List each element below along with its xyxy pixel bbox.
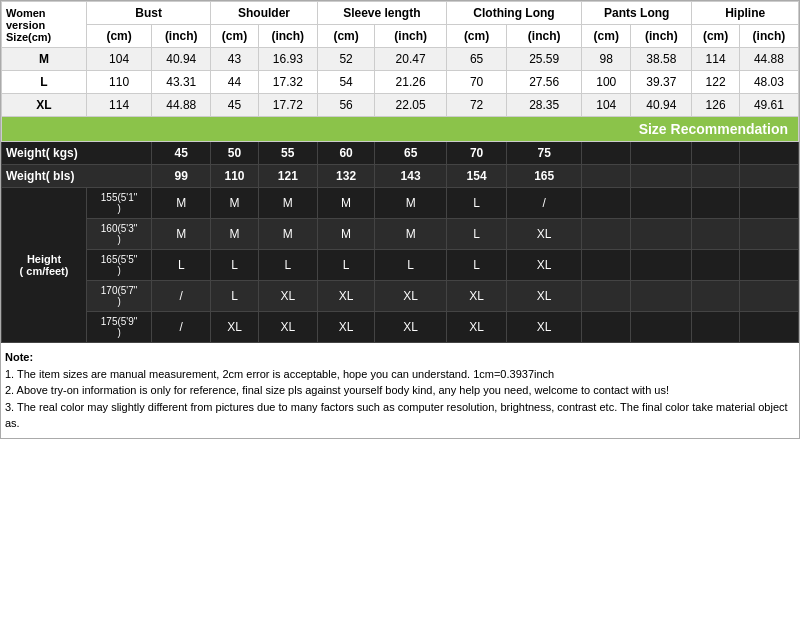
h175-empty1 (582, 312, 631, 343)
wb-empty2 (631, 165, 692, 188)
note-line-3: 3. The real color may slightly different… (5, 399, 795, 432)
l-pants-in: 39.37 (631, 71, 692, 94)
size-xl: XL (2, 94, 87, 117)
size-m: M (2, 48, 87, 71)
pants-inch: (inch) (631, 25, 692, 48)
l-bust-cm: 110 (87, 71, 152, 94)
xl-shoulder-in: 17.72 (258, 94, 317, 117)
note-line-2: 2. Above try-on information is only for … (5, 382, 795, 399)
col-headers-row1: WomenversionSize(cm) Bust Shoulder Sleev… (2, 2, 799, 25)
size-row-xl: XL 114 44.88 45 17.72 56 22.05 72 28.35 … (2, 94, 799, 117)
m-shoulder-in: 16.93 (258, 48, 317, 71)
m-pants-cm: 98 (582, 48, 631, 71)
l-sleeve-cm: 54 (317, 71, 375, 94)
h160-empty2 (631, 219, 692, 250)
weight-bls-label: Weight( bls) (2, 165, 152, 188)
h170-v5: XL (446, 281, 506, 312)
h160-empty1 (582, 219, 631, 250)
xl-bust-in: 44.88 (152, 94, 211, 117)
wb-empty4 (739, 165, 798, 188)
l-hip-cm: 122 (692, 71, 740, 94)
h160-v2: M (258, 219, 317, 250)
wb-121: 121 (258, 165, 317, 188)
weight-bls-row: Weight( bls) 99 110 121 132 143 154 165 (2, 165, 799, 188)
wk-55: 55 (258, 142, 317, 165)
h165-v3: L (317, 250, 375, 281)
h160-v1: M (211, 219, 259, 250)
m-sleeve-cm: 52 (317, 48, 375, 71)
h175-empty2 (631, 312, 692, 343)
h160-empty3 (692, 219, 740, 250)
m-pants-in: 38.58 (631, 48, 692, 71)
h175-empty4 (739, 312, 798, 343)
xl-pants-in: 40.94 (631, 94, 692, 117)
height-row-175: 175(5'9") / XL XL XL XL XL XL (2, 312, 799, 343)
h175-v2: XL (258, 312, 317, 343)
weight-kgs-row: Weight( kgs) 45 50 55 60 65 70 75 (2, 142, 799, 165)
m-bust-in: 40.94 (152, 48, 211, 71)
wb-165: 165 (507, 165, 582, 188)
wk-50: 50 (211, 142, 259, 165)
xl-sleeve-cm: 56 (317, 94, 375, 117)
clothing-inch: (inch) (507, 25, 582, 48)
h165-v4: L (375, 250, 447, 281)
h160-v3: M (317, 219, 375, 250)
wk-45: 45 (152, 142, 211, 165)
xl-sleeve-in: 22.05 (375, 94, 447, 117)
hip-inch: (inch) (739, 25, 798, 48)
header-pants: Pants Long (582, 2, 692, 25)
m-bust-cm: 104 (87, 48, 152, 71)
h165-v5: L (446, 250, 506, 281)
wk-empty4 (739, 142, 798, 165)
wk-65: 65 (375, 142, 447, 165)
weight-kgs-label: Weight( kgs) (2, 142, 152, 165)
h175-v0: / (152, 312, 211, 343)
h165-v1: L (211, 250, 259, 281)
xl-clothing-cm: 72 (446, 94, 506, 117)
h175-v5: XL (446, 312, 506, 343)
shoulder-cm: (cm) (211, 25, 259, 48)
col-headers-row2: (cm) (inch) (cm) (inch) (cm) (inch) (cm)… (2, 25, 799, 48)
h165-v6: XL (507, 250, 582, 281)
xl-shoulder-cm: 45 (211, 94, 259, 117)
wb-154: 154 (446, 165, 506, 188)
h175-v3: XL (317, 312, 375, 343)
h165-empty2 (631, 250, 692, 281)
h170-empty3 (692, 281, 740, 312)
header-shoulder: Shoulder (211, 2, 318, 25)
sleeve-cm: (cm) (317, 25, 375, 48)
wb-empty3 (692, 165, 740, 188)
h160-v4: M (375, 219, 447, 250)
wb-empty1 (582, 165, 631, 188)
h170-empty2 (631, 281, 692, 312)
header-sleeve: Sleeve length (317, 2, 446, 25)
l-pants-cm: 100 (582, 71, 631, 94)
h160-v6: XL (507, 219, 582, 250)
h160-v5: L (446, 219, 506, 250)
wk-empty1 (582, 142, 631, 165)
h175-v1: XL (211, 312, 259, 343)
h170-v4: XL (375, 281, 447, 312)
h170-empty1 (582, 281, 631, 312)
h160-label: 160(5'3") (87, 219, 152, 250)
h165-label: 165(5'5") (87, 250, 152, 281)
main-table: WomenversionSize(cm) Bust Shoulder Sleev… (1, 1, 799, 343)
header-hip: Hipline (692, 2, 799, 25)
h155-v6: / (507, 188, 582, 219)
h170-v0: / (152, 281, 211, 312)
header-bust: Bust (87, 2, 211, 25)
h170-v3: XL (317, 281, 375, 312)
l-sleeve-in: 21.26 (375, 71, 447, 94)
l-clothing-cm: 70 (446, 71, 506, 94)
h170-empty4 (739, 281, 798, 312)
wb-110: 110 (211, 165, 259, 188)
h170-v1: L (211, 281, 259, 312)
l-hip-in: 48.03 (739, 71, 798, 94)
xl-bust-cm: 114 (87, 94, 152, 117)
h155-v1: M (211, 188, 259, 219)
wk-60: 60 (317, 142, 375, 165)
h165-v0: L (152, 250, 211, 281)
m-clothing-cm: 65 (446, 48, 506, 71)
xl-hip-in: 49.61 (739, 94, 798, 117)
h155-label: 155(5'1") (87, 188, 152, 219)
